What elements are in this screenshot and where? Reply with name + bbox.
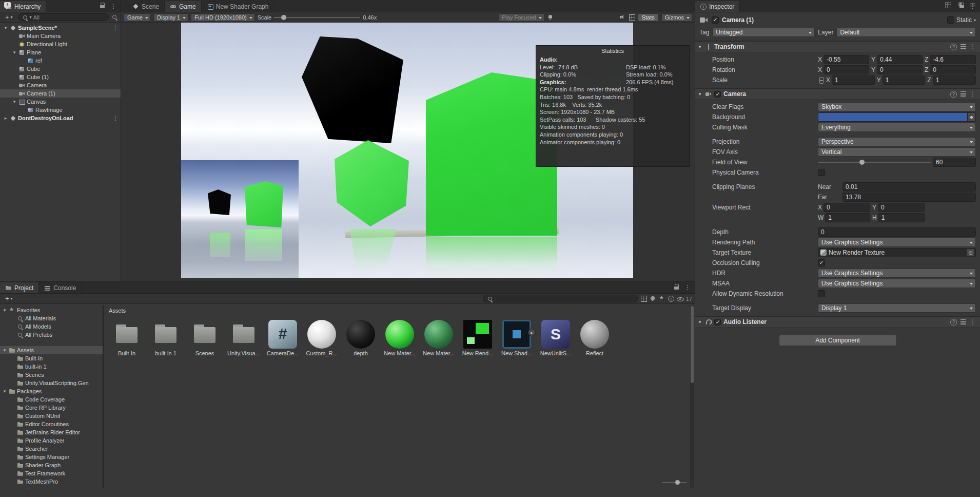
tree-row[interactable]: RawImage: [0, 106, 121, 114]
tree-row[interactable]: ▾ Plane: [0, 48, 121, 56]
asset-item[interactable]: NewUnlitS...: [536, 316, 575, 356]
tree-row[interactable]: Test Framework: [0, 469, 103, 477]
resolution-dropdown[interactable]: Full HD (1920x1080): [191, 13, 255, 22]
scale-slider-thumb[interactable]: [281, 15, 286, 20]
tree-row[interactable]: Searcher: [0, 445, 103, 453]
kebab-icon[interactable]: ⋮: [112, 25, 119, 31]
tab-project[interactable]: Project: [0, 282, 39, 293]
hdr-dropdown[interactable]: Use Graphics Settings: [818, 269, 976, 278]
position-y-field[interactable]: 0.44: [877, 55, 923, 64]
progress-icon[interactable]: [945, 2, 951, 8]
tree-row[interactable]: Shader Graph: [0, 461, 103, 469]
console-icon[interactable]: [969, 2, 976, 8]
foldout-arrow[interactable]: ▾: [12, 99, 17, 104]
static-checkbox[interactable]: [947, 16, 954, 24]
tree-row[interactable]: Profile Analyzer: [0, 436, 103, 445]
foldout-arrow[interactable]: ▾: [697, 319, 702, 324]
tree-row[interactable]: Cube (1): [0, 73, 121, 81]
search-by-label-icon[interactable]: [650, 295, 656, 302]
help-icon[interactable]: ?: [950, 44, 957, 50]
foldout-arrow[interactable]: ▸: [3, 116, 8, 121]
asset-item[interactable]: CameraDe...: [263, 316, 302, 356]
asset-item[interactable]: Scenes: [185, 316, 224, 356]
tree-row[interactable]: Camera: [0, 81, 121, 89]
fov-slider-thumb[interactable]: [859, 160, 865, 165]
foldout-arrow[interactable]: ▾: [697, 91, 702, 97]
tree-row[interactable]: Directional Light: [0, 40, 121, 48]
tag-dropdown[interactable]: Untagged: [712, 28, 815, 37]
camera-component-header[interactable]: ▾ Camera ? ⋮: [695, 88, 980, 100]
tree-row[interactable]: ▾ Canvas: [0, 98, 121, 106]
icon-size-slider[interactable]: [662, 480, 687, 486]
msaa-dropdown[interactable]: Use Graphics Settings: [818, 279, 976, 288]
tree-row[interactable]: Settings Manager: [0, 453, 103, 461]
asset-item[interactable]: New Rend...: [458, 316, 497, 356]
game-mode-dropdown[interactable]: Game: [124, 13, 151, 22]
kebab-icon[interactable]: ⋮: [110, 3, 116, 9]
asset-item[interactable]: Unity.Visua...: [224, 316, 263, 356]
create-add-button[interactable]: + ▾: [3, 13, 15, 22]
tree-row[interactable]: All Models: [0, 322, 103, 331]
clear-flags-dropdown[interactable]: Skybox: [818, 102, 976, 111]
viewport-y-field[interactable]: 0: [878, 203, 925, 212]
lock-icon[interactable]: [99, 3, 106, 9]
fov-axis-dropdown[interactable]: Vertical: [818, 147, 976, 157]
tree-row[interactable]: Unity.VisualScripting.Gen: [0, 379, 103, 387]
foldout-arrow[interactable]: ▾: [697, 44, 702, 49]
tree-row[interactable]: [0, 339, 103, 346]
component-enabled-checkbox[interactable]: [714, 319, 721, 326]
hierarchy-search-input[interactable]: ▾ All: [18, 13, 109, 21]
lock-icon[interactable]: [673, 284, 680, 291]
asset-item[interactable]: New Mater...: [380, 316, 419, 356]
near-clip-field[interactable]: 0.01: [842, 182, 976, 192]
subasset-expand-button[interactable]: ▸: [528, 329, 536, 336]
tree-row[interactable]: Code Coverage: [0, 395, 103, 404]
tree-row[interactable]: Core RP Library: [0, 404, 103, 412]
position-z-field[interactable]: -4.6: [930, 55, 976, 64]
fov-slider[interactable]: [818, 158, 931, 167]
mute-audio-icon[interactable]: [619, 14, 626, 21]
foldout-arrow[interactable]: ▾: [12, 50, 17, 55]
tree-row[interactable]: Custom NUnit: [0, 412, 103, 420]
foldout-arrow[interactable]: ▾: [2, 308, 7, 313]
tree-row[interactable]: ▾ Favorites: [0, 306, 103, 314]
project-search-input[interactable]: [483, 295, 638, 302]
asset-item[interactable]: built-in 1: [146, 316, 185, 356]
kebab-icon[interactable]: ⋮: [684, 284, 691, 291]
physical-camera-checkbox[interactable]: [818, 169, 825, 176]
rotation-z-field[interactable]: 0: [930, 65, 976, 74]
foldout-arrow[interactable]: ▾: [3, 25, 8, 30]
asset-item[interactable]: Reflect: [575, 316, 614, 356]
tree-row[interactable]: All Prefabs: [0, 331, 103, 339]
create-add-button[interactable]: + ▾: [3, 295, 15, 303]
aspect-grid-icon[interactable]: [629, 14, 635, 21]
asset-item[interactable]: ▸ New Shad...: [497, 316, 536, 356]
info-icon[interactable]: [668, 296, 674, 302]
dynamic-resolution-checkbox[interactable]: [818, 290, 825, 297]
search-toggle-icon[interactable]: [111, 14, 118, 21]
preset-icon[interactable]: [961, 91, 966, 97]
transform-header[interactable]: ▾ Transform ? ⋮: [695, 41, 980, 52]
depth-field[interactable]: 0: [818, 227, 976, 237]
component-enabled-checkbox[interactable]: [714, 91, 721, 98]
eyedropper-icon[interactable]: [967, 113, 975, 121]
asset-item[interactable]: depth: [341, 316, 380, 356]
position-x-field[interactable]: -0.55: [824, 55, 869, 64]
tree-row[interactable]: Built-In: [0, 354, 103, 362]
add-component-button[interactable]: Add Component: [779, 335, 897, 346]
object-picker-icon[interactable]: ⊙: [967, 249, 974, 256]
tree-row[interactable]: Editor Coroutines: [0, 420, 103, 428]
tree-row[interactable]: ▾ Assets: [0, 346, 103, 354]
tree-row[interactable]: built-in 1: [0, 362, 103, 371]
tree-row[interactable]: Scenes: [0, 371, 103, 379]
scale-y-field[interactable]: 1: [883, 75, 926, 85]
tab-scene[interactable]: Scene: [127, 1, 165, 12]
tree-row[interactable]: JetBrains Rider Editor: [0, 428, 103, 436]
asset-item[interactable]: Custom_R...: [302, 316, 341, 356]
gameobject-name[interactable]: Camera (1): [722, 16, 754, 24]
search-by-type-icon[interactable]: [640, 295, 647, 302]
background-color-field[interactable]: [818, 112, 976, 122]
tree-row[interactable]: Main Camera: [0, 32, 121, 40]
preset-icon[interactable]: [961, 44, 966, 49]
viewport-h-field[interactable]: 1: [878, 213, 925, 222]
